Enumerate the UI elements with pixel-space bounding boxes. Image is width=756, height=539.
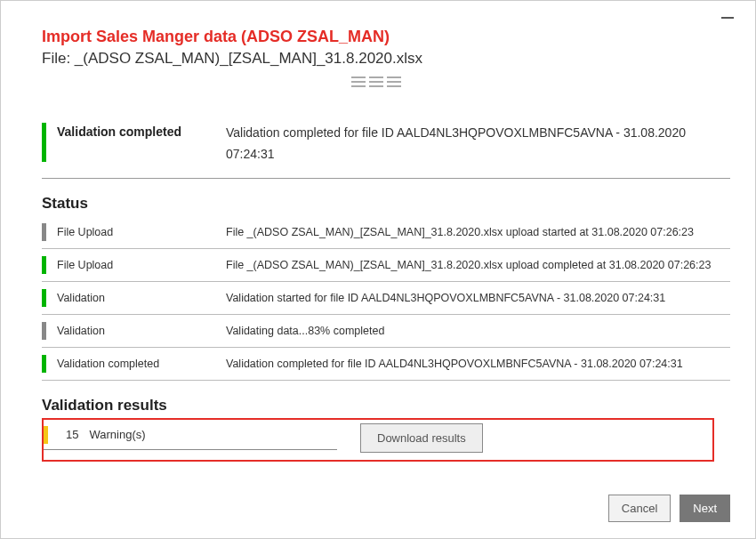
status-bar-icon bbox=[42, 322, 46, 340]
cancel-button[interactable]: Cancel bbox=[608, 495, 671, 522]
dialog-footer: Cancel Next bbox=[608, 495, 730, 522]
validation-results-box: 15 Warning(s) Download results bbox=[42, 418, 714, 462]
status-row-label: File Upload bbox=[57, 259, 226, 271]
summary-label: Validation completed bbox=[57, 123, 226, 139]
dialog-title: Import Sales Manger data (ADSO ZSAL_MAN) bbox=[42, 28, 734, 46]
status-row-description: Validating data...83% completed bbox=[226, 325, 730, 337]
status-bar-icon bbox=[42, 223, 46, 241]
data-preview-icon bbox=[351, 76, 405, 87]
status-row: File UploadFile _(ADSO ZSAL_MAN)_[ZSAL_M… bbox=[42, 216, 730, 249]
status-row-label: Validation bbox=[57, 292, 226, 304]
warning-bar-icon bbox=[44, 426, 48, 444]
download-results-button[interactable]: Download results bbox=[360, 423, 483, 453]
minimize-icon[interactable] bbox=[721, 17, 734, 19]
status-list: File UploadFile _(ADSO ZSAL_MAN)_[ZSAL_M… bbox=[22, 216, 734, 381]
status-row-label: Validation bbox=[57, 325, 226, 337]
status-row-label: Validation completed bbox=[57, 358, 226, 370]
status-bar-icon bbox=[42, 355, 46, 373]
file-name-line: File: _(ADSO ZSAL_MAN)_[ZSAL_MAN]_31.8.2… bbox=[42, 50, 734, 68]
warning-label: Warning(s) bbox=[89, 428, 145, 441]
status-row-description: File _(ADSO ZSAL_MAN)_[ZSAL_MAN]_31.8.20… bbox=[226, 259, 730, 271]
import-dialog: Import Sales Manger data (ADSO ZSAL_MAN)… bbox=[0, 0, 756, 539]
status-row: ValidationValidation started for file ID… bbox=[42, 282, 730, 315]
warning-summary: 15 Warning(s) bbox=[44, 426, 337, 450]
warning-count: 15 bbox=[66, 428, 78, 441]
status-row-description: File _(ADSO ZSAL_MAN)_[ZSAL_MAN]_31.8.20… bbox=[226, 226, 730, 238]
results-section-title: Validation results bbox=[42, 397, 734, 414]
status-row: ValidationValidating data...83% complete… bbox=[42, 315, 730, 348]
status-row-description: Validation completed for file ID AALD4NL… bbox=[226, 358, 730, 370]
validation-summary: Validation completed Validation complete… bbox=[42, 114, 730, 179]
status-row: Validation completedValidation completed… bbox=[42, 348, 730, 381]
status-bar-icon bbox=[42, 289, 46, 307]
status-bar-icon bbox=[42, 256, 46, 274]
status-row: File UploadFile _(ADSO ZSAL_MAN)_[ZSAL_M… bbox=[42, 249, 730, 282]
status-section-title: Status bbox=[42, 195, 734, 213]
next-button[interactable]: Next bbox=[680, 495, 730, 522]
status-row-label: File Upload bbox=[57, 226, 226, 238]
summary-text: Validation completed for file ID AALD4NL… bbox=[226, 123, 730, 165]
status-row-description: Validation started for file ID AALD4NL3H… bbox=[226, 292, 730, 304]
status-bar-icon bbox=[42, 123, 46, 162]
